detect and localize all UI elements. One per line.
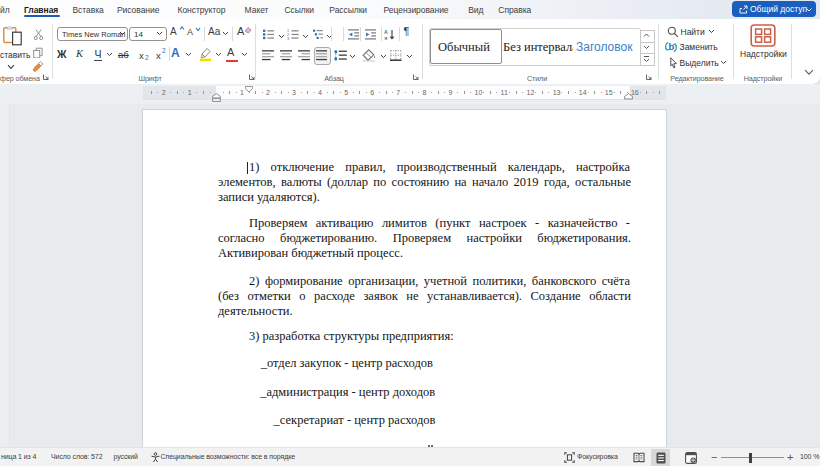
svg-text:я: я <box>384 35 387 40</box>
svg-text:А: А <box>384 29 388 35</box>
svg-text:3: 3 <box>287 37 289 40</box>
svg-text:b: b <box>669 41 675 52</box>
